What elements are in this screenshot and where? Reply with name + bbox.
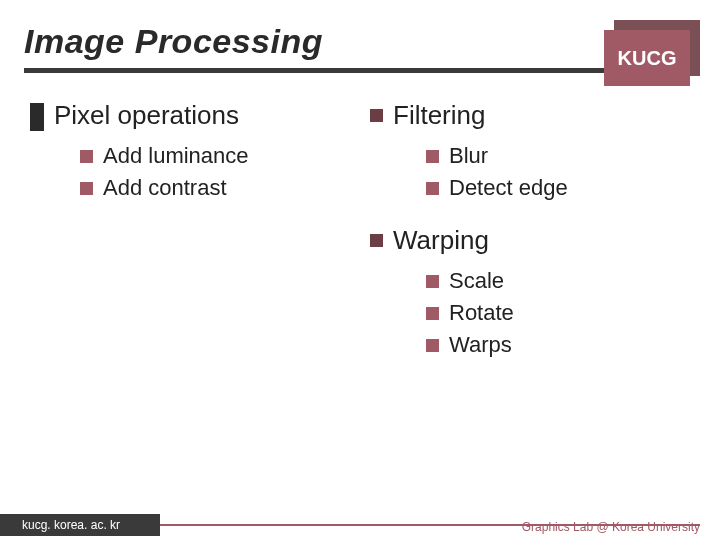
item-label: Add luminance — [103, 143, 249, 169]
block-filtering: Filtering Blur Detect edge — [370, 100, 720, 201]
list-item: Detect edge — [426, 175, 720, 201]
right-column: Filtering Blur Detect edge Warping Scale — [360, 100, 720, 382]
item-label: Rotate — [449, 300, 514, 326]
list-item: Add contrast — [80, 175, 360, 201]
square-bullet-icon — [370, 234, 383, 247]
list-item: Scale — [426, 268, 720, 294]
footer: kucg. korea. ac. kr Graphics Lab @ Korea… — [0, 512, 720, 540]
square-bullet-icon — [426, 275, 439, 288]
section-warping: Warping — [370, 225, 720, 256]
block-warping: Warping Scale Rotate Warps — [370, 225, 720, 358]
section-bullet-icon — [30, 103, 44, 131]
square-bullet-icon — [426, 339, 439, 352]
square-bullet-icon — [426, 307, 439, 320]
list-item: Rotate — [426, 300, 720, 326]
list-item: Blur — [426, 143, 720, 169]
section-filtering: Filtering — [370, 100, 720, 131]
item-label: Add contrast — [103, 175, 227, 201]
square-bullet-icon — [80, 150, 93, 163]
item-label: Scale — [449, 268, 504, 294]
header: Image Processing KUCG — [0, 0, 720, 78]
left-column: Pixel operations Add luminance Add contr… — [0, 100, 360, 382]
section-label: Warping — [393, 225, 489, 256]
title-underline — [24, 68, 696, 73]
logo-text: KUCG — [618, 47, 677, 70]
section-pixel-operations: Pixel operations — [30, 100, 360, 131]
square-bullet-icon — [426, 150, 439, 163]
item-label: Blur — [449, 143, 488, 169]
footer-url: kucg. korea. ac. kr — [0, 514, 160, 536]
list-item: Add luminance — [80, 143, 360, 169]
square-bullet-icon — [80, 182, 93, 195]
list-item: Warps — [426, 332, 720, 358]
page-title: Image Processing — [24, 22, 323, 61]
footer-url-text: kucg. korea. ac. kr — [22, 518, 120, 532]
square-bullet-icon — [426, 182, 439, 195]
footer-attribution: Graphics Lab @ Korea University — [522, 520, 700, 534]
section-label: Pixel operations — [54, 100, 239, 131]
square-bullet-icon — [370, 109, 383, 122]
item-label: Detect edge — [449, 175, 568, 201]
content: Pixel operations Add luminance Add contr… — [0, 100, 720, 382]
logo-badge: KUCG — [604, 30, 690, 86]
item-label: Warps — [449, 332, 512, 358]
section-label: Filtering — [393, 100, 485, 131]
